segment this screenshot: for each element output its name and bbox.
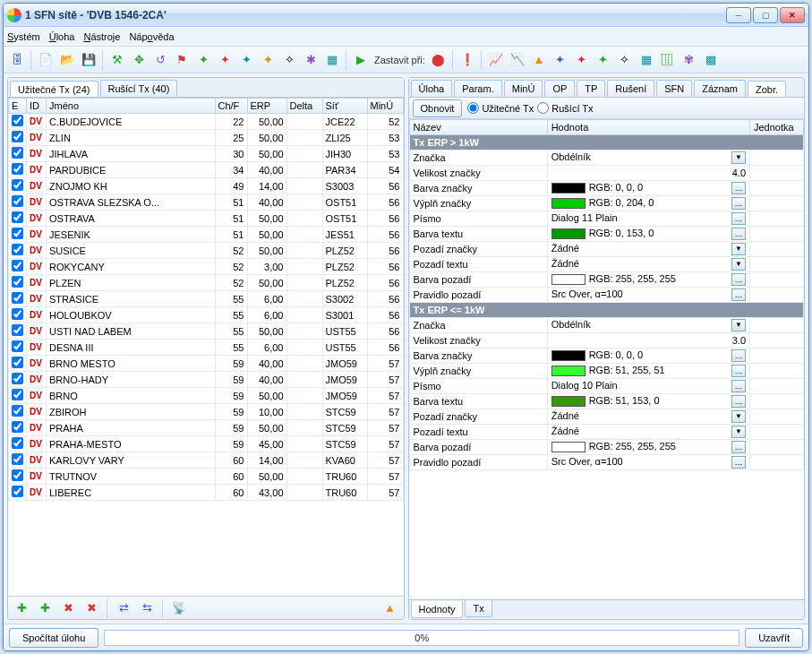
row-checkbox[interactable] bbox=[12, 421, 23, 433]
cell-enable[interactable] bbox=[9, 227, 27, 243]
cell-enable[interactable] bbox=[9, 436, 27, 452]
table-row[interactable]: DVPRAHA-MESTO5945,00STC5957 bbox=[9, 436, 404, 452]
table-row[interactable]: DVSTRASICE556,00S300256 bbox=[9, 291, 404, 307]
row-checkbox[interactable] bbox=[12, 260, 23, 271]
prop-value[interactable]: RGB: 0, 0, 0… bbox=[547, 349, 749, 364]
dropdown-icon[interactable]: ▼ bbox=[731, 258, 746, 271]
tool7-icon[interactable]: ✦ bbox=[258, 50, 278, 70]
row-checkbox[interactable] bbox=[12, 276, 23, 288]
ellipsis-icon[interactable]: … bbox=[731, 182, 746, 194]
cell-enable[interactable] bbox=[9, 146, 27, 162]
prop-row[interactable]: Barva textuRGB: 51, 153, 0… bbox=[409, 394, 804, 409]
tool2-icon[interactable]: ✥ bbox=[129, 50, 149, 70]
peak-icon[interactable]: ▲ bbox=[529, 50, 549, 70]
ov4-icon[interactable]: ✧ bbox=[615, 50, 635, 70]
row-checkbox[interactable] bbox=[12, 211, 23, 223]
tab-values[interactable]: Hodnoty bbox=[411, 601, 464, 618]
table-row[interactable]: DVHOLOUBKOV556,00S300156 bbox=[9, 307, 404, 323]
pcol-value[interactable]: Hodnota bbox=[547, 120, 749, 135]
prop-value[interactable]: Žádné▼ bbox=[547, 257, 749, 272]
prop-row[interactable]: Pravidlo pozadíSrc Over, α=100… bbox=[409, 288, 804, 303]
cell-enable[interactable] bbox=[9, 420, 27, 436]
table-row[interactable]: DVPLZEN5250,00PLZ5256 bbox=[9, 275, 404, 291]
table-row[interactable]: DVUSTI NAD LABEM5550,00UST5556 bbox=[9, 323, 404, 340]
row-checkbox[interactable] bbox=[12, 308, 23, 320]
prop-value[interactable]: RGB: 0, 204, 0… bbox=[547, 196, 749, 211]
save-icon[interactable]: 💾 bbox=[79, 50, 98, 70]
table-row[interactable]: DVPARDUBICE3440,00PAR3454 bbox=[9, 162, 404, 178]
prop-row[interactable]: Pozadí textuŽádné▼ bbox=[409, 257, 804, 272]
dropdown-icon[interactable]: ▼ bbox=[731, 319, 746, 331]
cell-enable[interactable] bbox=[9, 404, 27, 420]
prop-value[interactable]: RGB: 255, 255, 255… bbox=[547, 272, 749, 288]
ellipsis-icon[interactable]: … bbox=[731, 395, 746, 408]
prop-row[interactable]: Barva pozadíRGB: 255, 255, 255… bbox=[409, 440, 804, 455]
move-left-icon[interactable]: ⇄ bbox=[114, 598, 133, 618]
prop-value[interactable]: RGB: 0, 0, 0… bbox=[547, 181, 749, 196]
col-name[interactable]: Jméno bbox=[47, 99, 216, 114]
puzzle-icon[interactable]: ✾ bbox=[680, 50, 699, 70]
col-erp[interactable]: ERP bbox=[247, 99, 286, 114]
row-checkbox[interactable] bbox=[12, 292, 23, 304]
prop-value[interactable]: Dialog 11 Plain… bbox=[547, 211, 749, 227]
ellipsis-icon[interactable]: … bbox=[731, 441, 746, 453]
refresh-button[interactable]: Obnovit bbox=[413, 99, 463, 117]
row-checkbox[interactable] bbox=[12, 228, 23, 239]
pcol-unit[interactable]: Jednotka bbox=[750, 120, 804, 135]
table-row[interactable]: DVDESNA III556,00UST5556 bbox=[9, 340, 404, 356]
row-checkbox[interactable] bbox=[12, 340, 23, 352]
ellipsis-icon[interactable]: … bbox=[731, 380, 746, 392]
tab-záznam[interactable]: Záznam bbox=[694, 80, 746, 97]
prop-row[interactable]: Pozadí textuŽádné▼ bbox=[409, 425, 804, 440]
tab-interfering-tx[interactable]: Rušící Tx (40) bbox=[100, 80, 178, 97]
open-icon[interactable]: 📂 bbox=[57, 50, 77, 70]
cell-enable[interactable] bbox=[9, 452, 27, 469]
compute-button[interactable]: Spočítat úlohu bbox=[9, 628, 98, 648]
tab-minú[interactable]: MinÚ bbox=[504, 80, 543, 97]
dropdown-icon[interactable]: ▼ bbox=[731, 426, 746, 438]
stop-icon[interactable]: ⬤ bbox=[429, 50, 449, 70]
row-checkbox[interactable] bbox=[12, 131, 23, 142]
row-checkbox[interactable] bbox=[12, 115, 23, 126]
cell-enable[interactable] bbox=[9, 243, 27, 259]
ellipsis-icon[interactable]: … bbox=[731, 212, 746, 225]
tab-op[interactable]: OP bbox=[544, 80, 575, 97]
maximize-button[interactable]: ▢ bbox=[753, 7, 778, 23]
prop-value[interactable]: Obdélník▼ bbox=[547, 318, 749, 333]
prop-value[interactable]: RGB: 51, 255, 51… bbox=[547, 364, 749, 379]
col-net[interactable]: Síť bbox=[322, 99, 367, 114]
ellipsis-icon[interactable]: … bbox=[731, 228, 746, 240]
row-checkbox[interactable] bbox=[12, 179, 23, 191]
ellipsis-icon[interactable]: … bbox=[731, 288, 746, 301]
col-chf[interactable]: Ch/F bbox=[215, 99, 247, 114]
radio-useful[interactable]: Užitečné Tx bbox=[467, 102, 534, 114]
cell-enable[interactable] bbox=[9, 291, 27, 307]
row-checkbox[interactable] bbox=[12, 357, 23, 368]
prop-value[interactable]: 4.0 bbox=[547, 166, 749, 181]
remove2-icon[interactable]: ✖ bbox=[81, 598, 101, 618]
prop-value[interactable]: RGB: 0, 153, 0… bbox=[547, 227, 749, 242]
prop-row[interactable]: ZnačkaObdélník▼ bbox=[409, 151, 804, 166]
table-row[interactable]: DVZNOJMO KH4914,00S300356 bbox=[9, 178, 404, 194]
add2-icon[interactable]: ✚ bbox=[35, 598, 55, 618]
tool1-icon[interactable]: ⚒ bbox=[107, 50, 127, 70]
row-checkbox[interactable] bbox=[12, 389, 23, 400]
row-checkbox[interactable] bbox=[12, 486, 23, 497]
tool8-icon[interactable]: ✧ bbox=[279, 50, 299, 70]
ellipsis-icon[interactable]: … bbox=[731, 349, 746, 362]
radio-interfering-input[interactable] bbox=[537, 102, 549, 114]
table-row[interactable]: DVJESENIK5150,00JES5156 bbox=[9, 227, 404, 243]
prop-value[interactable]: Src Over, α=100… bbox=[547, 455, 749, 470]
radio-interfering[interactable]: Rušící Tx bbox=[537, 102, 593, 114]
filter-icon[interactable]: ⚑ bbox=[172, 50, 192, 70]
prop-row[interactable]: Barva značkyRGB: 0, 0, 0… bbox=[409, 349, 804, 364]
cell-enable[interactable] bbox=[9, 211, 27, 227]
tab-tp[interactable]: TP bbox=[577, 80, 605, 97]
tool3-icon[interactable]: ↺ bbox=[150, 50, 170, 70]
cell-enable[interactable] bbox=[9, 275, 27, 291]
add-icon[interactable]: ✚ bbox=[12, 598, 31, 618]
table-row[interactable]: DVPRAHA5950,00STC5957 bbox=[9, 420, 404, 436]
prop-row[interactable]: Barva značkyRGB: 0, 0, 0… bbox=[409, 181, 804, 196]
props-scroll[interactable]: Název Hodnota Jednotka Tx ERP > 1kWZnačk… bbox=[409, 119, 805, 599]
row-checkbox[interactable] bbox=[12, 244, 23, 255]
